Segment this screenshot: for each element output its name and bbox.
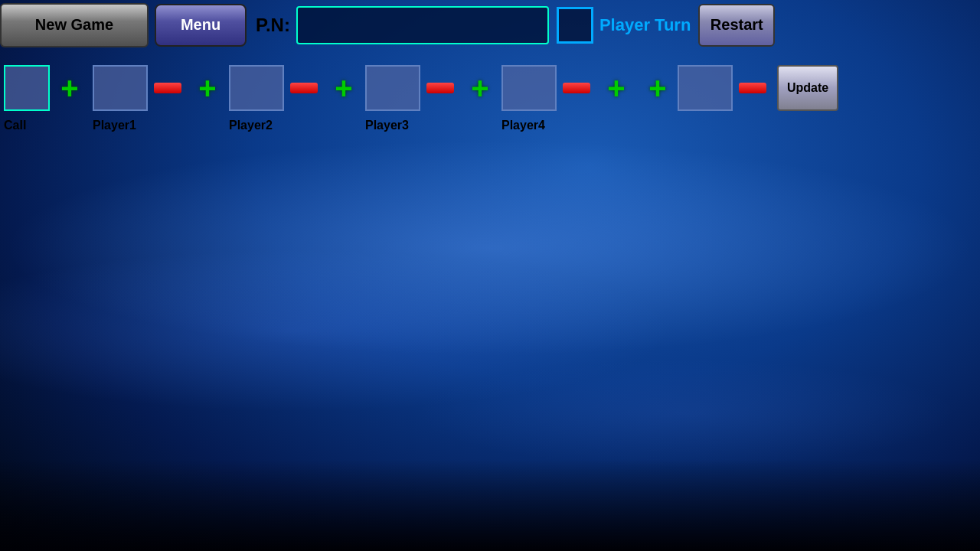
minus-icon (154, 83, 181, 93)
player2-plus-button[interactable]: + (324, 65, 364, 111)
pn-input[interactable] (296, 6, 549, 44)
player5-group: + Pla... (638, 65, 773, 111)
call-input[interactable] (4, 65, 50, 111)
player5-minus-button[interactable] (733, 65, 773, 111)
player4-group: + Player4 (501, 65, 636, 111)
player2-label: Player2 (229, 119, 273, 132)
player2-minus-button[interactable] (284, 65, 324, 111)
call-plus-button[interactable]: + (50, 65, 90, 111)
player1-minus-button[interactable] (148, 65, 188, 111)
restart-button[interactable]: Restart (698, 4, 775, 47)
player1-input[interactable] (93, 65, 148, 111)
player-turn-box (557, 7, 593, 44)
player4-minus-button[interactable] (557, 65, 596, 111)
minus-icon (739, 83, 766, 93)
update-button[interactable]: Update (777, 65, 838, 111)
minus-icon (563, 83, 590, 93)
player5-plus-button[interactable]: + (638, 65, 678, 111)
menu-button[interactable]: Menu (155, 4, 247, 47)
player4-label: Player4 (501, 119, 545, 132)
controls-row: + Call + Player1 + Player2 + Player3 + (0, 50, 980, 126)
player3-group: + Player3 (365, 65, 500, 111)
player1-label: Player1 (93, 119, 136, 132)
player3-input[interactable] (365, 65, 420, 111)
player4-plus-button[interactable]: + (596, 65, 636, 111)
player2-input[interactable] (229, 65, 284, 111)
player1-group: + Player1 (93, 65, 227, 111)
player4-input[interactable] (501, 65, 557, 111)
player3-label: Player3 (365, 119, 409, 132)
player-turn-label: Player Turn (599, 15, 691, 35)
player2-group: + Player2 (229, 65, 364, 111)
player1-plus-button[interactable]: + (188, 65, 227, 111)
pn-label: P.N: (256, 15, 290, 36)
new-game-button[interactable]: New Game (0, 3, 149, 47)
player5-input[interactable] (678, 65, 733, 111)
player3-plus-button[interactable]: + (460, 65, 500, 111)
player3-minus-button[interactable] (420, 65, 460, 111)
minus-icon (426, 83, 454, 93)
call-group: + Call (4, 65, 90, 111)
call-label: Call (4, 119, 26, 132)
header-bar: New Game Menu P.N: Player Turn Restart (0, 0, 980, 50)
minus-icon (290, 83, 318, 93)
